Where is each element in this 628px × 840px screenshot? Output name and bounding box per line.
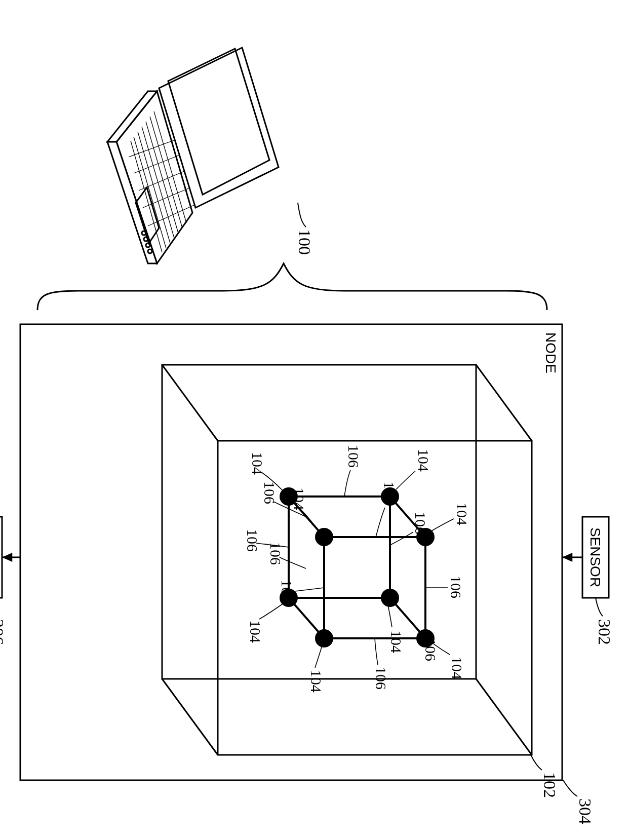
sensor-block: SENSOR 302 xyxy=(562,517,614,645)
svg-text:106: 106 xyxy=(345,445,362,468)
svg-text:106: 106 xyxy=(412,512,429,534)
node-panel: NODE 304 xyxy=(20,324,595,824)
svg-text:104: 104 xyxy=(249,452,266,475)
svg-text:106: 106 xyxy=(373,667,389,690)
sensor-ref-label: 302 xyxy=(595,619,614,645)
svg-line-14 xyxy=(162,679,218,755)
svg-point-28 xyxy=(381,589,399,607)
svg-text:106: 106 xyxy=(448,576,464,598)
inner-cube xyxy=(289,497,425,638)
svg-text:104: 104 xyxy=(449,657,465,679)
sensor-label: SENSOR xyxy=(587,527,603,587)
laptop-ref-label: 100 xyxy=(295,229,314,255)
svg-text:104: 104 xyxy=(308,670,325,693)
laptop-callout xyxy=(298,203,306,227)
labels-106: 106 106 106 106 106 106 106 106 106 106 xyxy=(244,445,464,690)
svg-rect-4 xyxy=(20,324,562,780)
rotated-scene: 100 NODE 304 SENSOR 302 xyxy=(0,48,614,824)
svg-text:104: 104 xyxy=(291,487,307,510)
svg-text:106: 106 xyxy=(381,481,398,504)
outer-cube xyxy=(162,365,532,755)
svg-line-11 xyxy=(476,365,532,441)
svg-text:106: 106 xyxy=(261,481,278,504)
cube-ref-label: 102 xyxy=(540,772,559,798)
svg-line-12 xyxy=(476,679,532,755)
svg-text:104: 104 xyxy=(388,630,405,653)
actor-ref-label: 306 xyxy=(0,619,7,645)
svg-text:104: 104 xyxy=(415,449,432,472)
svg-text:106: 106 xyxy=(422,638,439,661)
svg-point-34 xyxy=(315,629,333,647)
laptop-icon xyxy=(107,48,279,263)
svg-line-13 xyxy=(162,365,218,441)
svg-rect-7 xyxy=(0,517,2,598)
figure-diagram: 100 NODE 304 SENSOR 302 xyxy=(0,0,628,840)
svg-text:106: 106 xyxy=(267,542,284,565)
node-panel-label: NODE xyxy=(543,332,559,373)
curly-brace xyxy=(37,263,547,310)
svg-text:104: 104 xyxy=(247,620,264,643)
svg-text:104: 104 xyxy=(454,503,470,525)
node-ref-label: 304 xyxy=(576,798,595,824)
actor-block: ACTOR 306 xyxy=(0,517,20,645)
svg-text:106: 106 xyxy=(279,580,295,602)
svg-text:106: 106 xyxy=(244,529,261,552)
